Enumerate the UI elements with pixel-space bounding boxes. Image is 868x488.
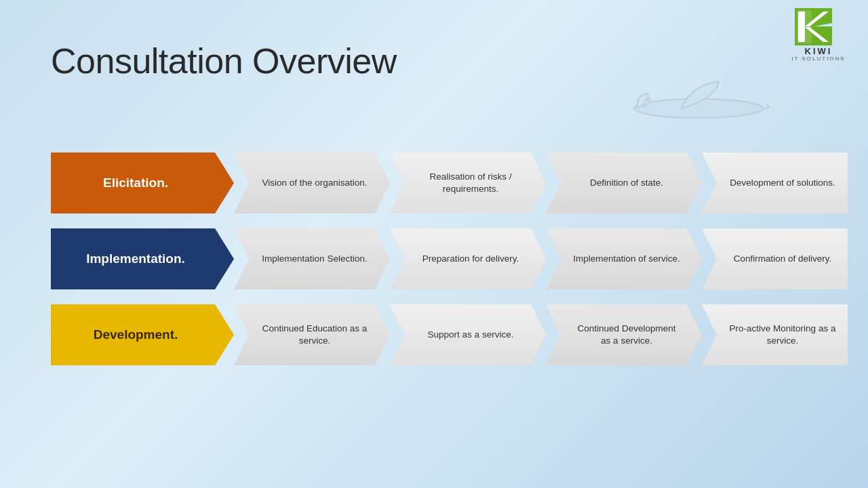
page-title: Consultation Overview (51, 41, 397, 81)
step-elicitation-1: Vision of the organisation. (234, 152, 390, 214)
development-row: Development. Continued Education as a se… (51, 304, 848, 365)
logo-company: KIWI (791, 47, 845, 56)
elicitation-row: Elicitation. Vision of the organisation.… (51, 152, 848, 214)
step-dev-4: Pro-active Monitoring as a service. (702, 304, 848, 365)
step-impl-2: Preparation for delivery. (390, 228, 546, 289)
kiwi-logo-icon (795, 8, 842, 45)
step-elicitation-2: Realisation of risks / requirements. (390, 152, 546, 214)
airplane-decoration (624, 75, 773, 142)
elicitation-label: Elicitation. (51, 152, 234, 214)
step-impl-1: Implementation Selection. (234, 228, 390, 289)
step-dev-2: Support as a service. (390, 304, 546, 365)
implementation-row: Implementation. Implementation Selection… (51, 228, 848, 289)
step-impl-3: Implementation of service. (546, 228, 702, 289)
step-dev-3: Continued Development as a service. (546, 304, 702, 365)
process-rows: Elicitation. Vision of the organisation.… (51, 152, 848, 365)
step-elicitation-3: Definition of state. (546, 152, 702, 214)
development-label: Development. (51, 304, 234, 365)
step-dev-1: Continued Education as a service. (234, 304, 390, 365)
step-elicitation-4: Development of solutions. (702, 152, 848, 214)
logo-subtitle: IT SOLUTIONS (791, 56, 845, 62)
logo: KIWI IT SOLUTIONS (781, 8, 856, 62)
step-impl-4: Confirmation of delivery. (702, 228, 848, 289)
implementation-label: Implementation. (51, 228, 234, 289)
svg-rect-4 (798, 12, 805, 42)
